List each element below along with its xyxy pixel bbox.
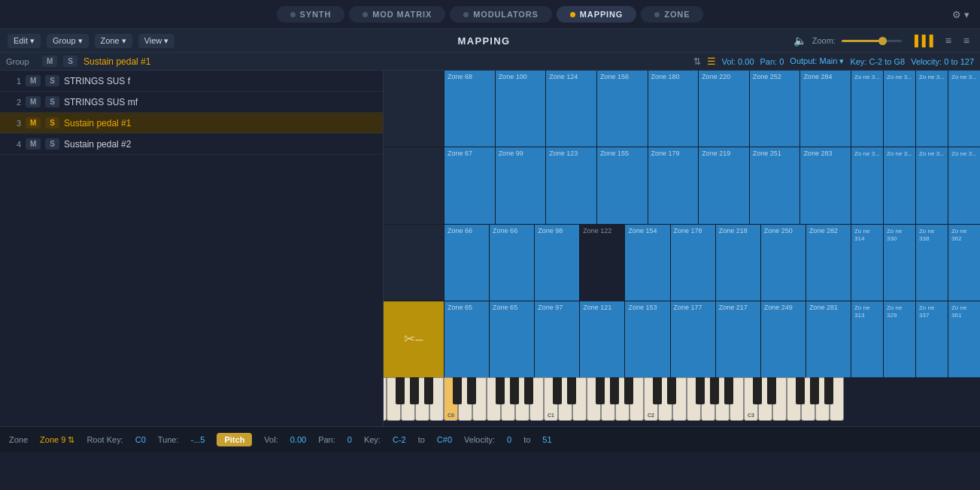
- piano-key-black[interactable]: [396, 377, 405, 404]
- piano-key-black[interactable]: [424, 377, 433, 404]
- zone-r3c9[interactable]: Zo ne 314: [851, 225, 883, 301]
- zone-218[interactable]: Zone 218: [716, 225, 760, 301]
- row-1-mute[interactable]: M: [26, 75, 41, 86]
- row-2-solo[interactable]: S: [45, 96, 59, 107]
- zone-219[interactable]: Zone 219: [699, 147, 749, 223]
- zone-122[interactable]: Zone 122: [580, 225, 624, 301]
- zone-252[interactable]: Zone 252: [750, 71, 800, 147]
- piano-key-black[interactable]: [753, 377, 762, 404]
- group-list-icon[interactable]: ☰: [707, 56, 716, 67]
- piano-key-black[interactable]: [767, 377, 776, 404]
- piano-key-black[interactable]: [724, 377, 733, 404]
- piano-key-black[interactable]: [553, 377, 562, 404]
- row-3-solo[interactable]: S: [45, 117, 59, 129]
- zone-r3c11[interactable]: Zo ne 338: [916, 225, 948, 301]
- zone-r3c10[interactable]: Zo ne 330: [884, 225, 915, 301]
- piano-key-black[interactable]: [467, 377, 476, 404]
- zone-180[interactable]: Zone 180: [648, 71, 699, 147]
- zone-220[interactable]: Zone 220: [699, 71, 749, 147]
- tab-mod-matrix[interactable]: MOD MATRIX: [349, 6, 445, 23]
- zone-r2c12[interactable]: Zo ne 3...: [948, 147, 980, 223]
- piano-key-black[interactable]: [567, 377, 576, 404]
- zoom-slider[interactable]: [842, 40, 902, 42]
- solo-button[interactable]: S: [63, 56, 77, 67]
- zone-249[interactable]: Zone 249: [761, 301, 806, 377]
- view-bars-icon[interactable]: ▐▐▐: [908, 33, 936, 48]
- row-2-mute[interactable]: M: [26, 96, 41, 107]
- piano-key-black[interactable]: [524, 377, 533, 404]
- group-menu[interactable]: Group ▾: [47, 34, 89, 48]
- zone-217[interactable]: Zone 217: [716, 301, 760, 377]
- zone-97[interactable]: Zone 97: [535, 301, 579, 377]
- zone-100[interactable]: Zone 100: [496, 71, 546, 147]
- sidebar-row-3[interactable]: 3 M S Sustain pedal #1: [0, 113, 383, 134]
- tab-zone[interactable]: ZONE: [641, 6, 703, 23]
- zone-menu[interactable]: Zone ▾: [95, 34, 132, 48]
- piano-key-black[interactable]: [453, 377, 462, 404]
- row-3-mute[interactable]: M: [26, 117, 41, 129]
- zone-284[interactable]: Zone 284: [800, 71, 851, 147]
- zone-156[interactable]: Zone 156: [597, 71, 648, 147]
- piano-key-black[interactable]: [410, 377, 419, 404]
- view-menu[interactable]: View ▾: [138, 34, 175, 48]
- zone-155[interactable]: Zone 155: [597, 147, 648, 223]
- sidebar-row-2[interactable]: 2 M S STRINGS SUS mf: [0, 92, 383, 113]
- zone-r2c10[interactable]: Zo ne 3...: [884, 147, 915, 223]
- piano-key-black[interactable]: [810, 377, 819, 404]
- group-nav-arrows[interactable]: ⇅: [693, 56, 701, 67]
- piano-key-black[interactable]: [796, 377, 805, 404]
- zone-r2c9[interactable]: Zo ne 3...: [851, 147, 883, 223]
- zone-65b[interactable]: Zone 65: [490, 301, 534, 377]
- zone-283[interactable]: Zone 283: [800, 147, 851, 223]
- zone-r4c9[interactable]: Zo ne 313: [851, 301, 883, 377]
- zone-r3c12[interactable]: Zo ne 362: [948, 225, 980, 301]
- zone-98[interactable]: Zone 98: [535, 225, 579, 301]
- zone-281[interactable]: Zone 281: [806, 301, 851, 377]
- sidebar-row-1[interactable]: 1 M S STRINGS SUS f: [0, 71, 383, 92]
- zone-66a[interactable]: Zone 66: [444, 225, 489, 301]
- piano-key-black[interactable]: [710, 377, 719, 404]
- zone-r1c9[interactable]: Zo ne 3...: [851, 71, 883, 147]
- zone-99[interactable]: Zone 99: [496, 147, 546, 223]
- zone-154[interactable]: Zone 154: [625, 225, 669, 301]
- zone-178[interactable]: Zone 178: [671, 225, 715, 301]
- zone-66b[interactable]: Zone 66: [490, 225, 534, 301]
- zone-282[interactable]: Zone 282: [806, 225, 851, 301]
- piano-key-black[interactable]: [596, 377, 605, 404]
- row-4-solo[interactable]: S: [45, 138, 59, 150]
- piano-key-black[interactable]: [610, 377, 619, 404]
- zone-153[interactable]: Zone 153: [625, 301, 669, 377]
- output-value[interactable]: Main: [819, 56, 837, 65]
- tab-synth[interactable]: SYNTH: [277, 6, 345, 23]
- zone-121[interactable]: Zone 121: [580, 301, 624, 377]
- zone-124[interactable]: Zone 124: [546, 71, 596, 147]
- zone-gold-selected[interactable]: ✂–: [384, 301, 444, 377]
- sidebar-row-4[interactable]: 4 M S Sustain pedal #2: [0, 134, 383, 155]
- zone-r4c10[interactable]: Zo ne 329: [884, 301, 915, 377]
- zone-67[interactable]: Zone 67: [444, 147, 495, 223]
- tab-mapping[interactable]: MAPPING: [557, 6, 637, 23]
- piano-key-black[interactable]: [496, 377, 505, 404]
- piano-key-black[interactable]: [824, 377, 833, 404]
- zone-status-value[interactable]: Zone 9 ⇅: [40, 435, 74, 445]
- zone-r4c11[interactable]: Zo ne 337: [916, 301, 948, 377]
- settings-button[interactable]: ⚙ ▾: [952, 9, 969, 20]
- zone-251[interactable]: Zone 251: [750, 147, 800, 223]
- view-grid-icon[interactable]: ≡: [960, 33, 972, 48]
- edit-menu[interactable]: Edit ▾: [8, 34, 41, 48]
- zone-179[interactable]: Zone 179: [648, 147, 699, 223]
- piano-key-black[interactable]: [696, 377, 705, 404]
- mute-button[interactable]: M: [42, 56, 57, 67]
- piano-key-black[interactable]: [667, 377, 676, 404]
- speaker-icon[interactable]: 🔈: [793, 35, 806, 47]
- zone-65a[interactable]: Zone 65: [444, 301, 489, 377]
- view-list-icon[interactable]: ≡: [942, 33, 954, 48]
- zone-r1c11[interactable]: Zo ne 3...: [916, 71, 948, 147]
- zone-68[interactable]: Zone 68: [444, 71, 495, 147]
- piano-key-black[interactable]: [510, 377, 519, 404]
- zone-123[interactable]: Zone 123: [546, 147, 596, 223]
- zone-r2c11[interactable]: Zo ne 3...: [916, 147, 948, 223]
- piano-key-black[interactable]: [624, 377, 633, 404]
- tab-modulators[interactable]: MODULATORS: [450, 6, 552, 23]
- row-4-mute[interactable]: M: [26, 138, 41, 150]
